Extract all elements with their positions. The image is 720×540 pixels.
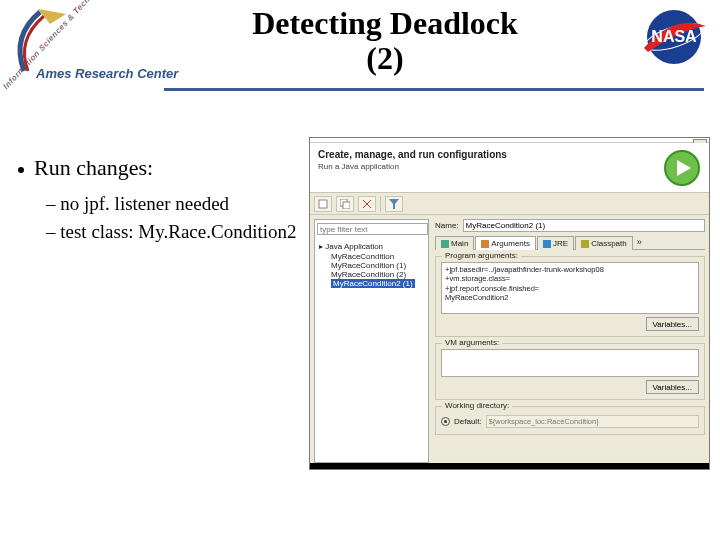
classpath-tab-icon [581, 240, 589, 248]
tool-delete-button[interactable] [358, 196, 376, 212]
wd-default-radio[interactable] [441, 417, 450, 426]
svg-marker-11 [389, 199, 399, 209]
arguments-tab-icon [481, 240, 489, 248]
header-divider [164, 88, 704, 91]
dialog-bottom-strip [310, 463, 709, 469]
ames-logo: Information Sciences & Technology Ames R… [6, 6, 186, 96]
program-args-label: Program arguments: [442, 251, 521, 260]
svg-rect-8 [343, 202, 350, 209]
vm-args-variables-button[interactable]: Variables... [646, 380, 699, 394]
bullet1-text: Run changes: [34, 155, 153, 180]
vm-args-group: VM arguments: Variables... [435, 343, 705, 400]
working-dir-label: Working directory: [442, 401, 512, 410]
banner-subtitle: Run a Java application [318, 162, 701, 171]
working-dir-group: Working directory: Default: [435, 406, 705, 435]
bullet-level2-a: – no jpf. listener needed [46, 193, 328, 215]
tree-item[interactable]: MyRaceCondition (1) [317, 261, 426, 270]
filter-icon [389, 199, 399, 209]
vm-args-textarea[interactable] [441, 349, 699, 377]
program-args-variables-button[interactable]: Variables... [646, 317, 699, 331]
title-line1: Detecting Deadlock [252, 5, 518, 41]
tab-main[interactable]: Main [435, 236, 474, 250]
dialog-toolbar [310, 193, 709, 215]
run-dialog: × Create, manage, and run configurations… [309, 137, 710, 470]
config-tree[interactable]: ✕ ▸ Java Application MyRaceCondition MyR… [314, 219, 429, 463]
run-icon [663, 149, 701, 187]
program-args-group: Program arguments: +jpf.basedir=../javap… [435, 256, 705, 337]
tree-item[interactable]: MyRaceCondition (2) [317, 270, 426, 279]
slide-header: Information Sciences & Technology Ames R… [0, 0, 720, 100]
tabs-overflow[interactable]: » [634, 235, 645, 249]
svg-text:NASA: NASA [651, 28, 697, 45]
tree-root-label: Java Application [325, 242, 383, 251]
delete-icon [362, 199, 372, 209]
svg-rect-6 [319, 200, 327, 208]
new-icon [318, 199, 328, 209]
tree-root[interactable]: ▸ Java Application [317, 241, 426, 252]
title-line2: (2) [366, 40, 403, 76]
duplicate-icon [340, 199, 350, 209]
ames-label: Ames Research Center [36, 66, 178, 81]
bullet-level2-b: – test class: My.Race.Condition2 [46, 221, 328, 243]
jre-tab-icon [543, 240, 551, 248]
vm-args-label: VM arguments: [442, 338, 502, 347]
dialog-banner: Create, manage, and run configurations R… [310, 143, 709, 193]
bullet2a-text: no jpf. listener needed [60, 193, 229, 214]
tool-new-button[interactable] [314, 196, 332, 212]
bullet-dot-icon [18, 167, 24, 173]
tool-filter-button[interactable] [385, 196, 403, 212]
name-label: Name: [435, 221, 459, 230]
toolbar-separator [380, 196, 381, 212]
slide-title: Detecting Deadlock (2) [170, 6, 600, 76]
tree-item[interactable]: MyRaceCondition [317, 252, 426, 261]
nasa-logo: NASA [640, 8, 708, 66]
tab-classpath[interactable]: Classpath [575, 236, 633, 250]
tab-jre[interactable]: JRE [537, 236, 574, 250]
tree-item-selected[interactable]: MyRaceCondition2 (1) [317, 279, 426, 288]
config-tabs: Main Arguments JRE Classpath » [435, 235, 705, 250]
wd-default-field [486, 415, 699, 428]
tab-arguments[interactable]: Arguments [475, 236, 536, 250]
bullet2b-text: test class: My.Race.Condition2 [60, 221, 296, 242]
tool-duplicate-button[interactable] [336, 196, 354, 212]
banner-title: Create, manage, and run configurations [318, 149, 701, 160]
slide-body: Run changes: – no jpf. listener needed –… [18, 155, 328, 249]
tree-filter-input[interactable] [317, 223, 428, 235]
wd-default-label: Default: [454, 417, 482, 426]
config-editor: Name: Main Arguments JRE Classpath » Pro… [429, 215, 709, 467]
name-input[interactable] [463, 219, 705, 232]
program-args-textarea[interactable]: +jpf.basedir=../javapathfinder-trunk-wor… [441, 262, 699, 314]
main-tab-icon [441, 240, 449, 248]
bullet-level1: Run changes: [18, 155, 328, 181]
